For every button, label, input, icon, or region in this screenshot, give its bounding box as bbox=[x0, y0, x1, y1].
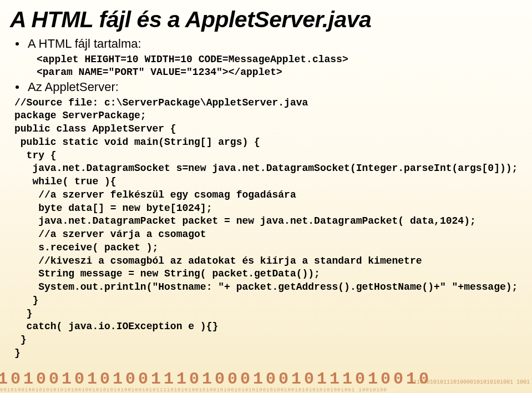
bullet-text: A HTML fájl tartalma: bbox=[28, 36, 141, 52]
code-block: //Source file: c:\ServerPackage\AppletSe… bbox=[14, 97, 516, 360]
code-line: System.out.println("Hostname: "+ packet.… bbox=[14, 281, 516, 294]
code-line: } bbox=[14, 334, 516, 347]
decorative-binary-strip: 1010010101001110100010010111010010 11010… bbox=[0, 371, 532, 393]
code-line: package ServerPackage; bbox=[14, 109, 516, 123]
bullet-item: A HTML fájl tartalma: bbox=[10, 36, 516, 52]
code-line: java.net.DatagramSocket s=new java.net.D… bbox=[14, 162, 516, 175]
code-line: } bbox=[14, 294, 516, 308]
code-line: while( true ){ bbox=[14, 175, 516, 189]
bullet-item: Az AppletServer: bbox=[10, 79, 516, 95]
code-line: //a szerver felkészül egy csomag fogadás… bbox=[14, 189, 516, 202]
binary-small-text: 110101010111010000101010101001 1001 bbox=[413, 379, 530, 385]
code-line: <applet HEIGHT=10 WIDTH=10 CODE=MessageA… bbox=[37, 53, 516, 67]
binary-small-text: 0010100100101010101010010010101010100100… bbox=[0, 387, 387, 393]
code-line: String message = new String( packet.getD… bbox=[14, 268, 516, 281]
code-line: } bbox=[14, 347, 516, 360]
code-line: } bbox=[14, 308, 516, 321]
code-line: //Source file: c:\ServerPackage\AppletSe… bbox=[14, 97, 516, 110]
bullet-icon bbox=[16, 42, 19, 46]
code-line: //a szerver várja a csomagot bbox=[14, 228, 516, 241]
code-line: java.net.DatagramPacket packet = new jav… bbox=[14, 215, 516, 228]
slide-body: A HTML fájl tartalma: <applet HEIGHT=10 … bbox=[10, 36, 516, 360]
binary-large-text: 1010010101001110100010010111010010 bbox=[0, 371, 432, 389]
code-line: byte data[] = new byte[1024]; bbox=[14, 202, 516, 215]
code-line: //kiveszi a csomagból az adatokat és kií… bbox=[14, 255, 516, 268]
code-line: try { bbox=[14, 149, 516, 163]
code-line: public static void main(String[] args) { bbox=[14, 136, 516, 149]
code-line: catch( java.io.IOException e ){} bbox=[14, 320, 516, 334]
code-line: public class AppletServer { bbox=[14, 123, 516, 136]
bullet-icon bbox=[16, 85, 19, 89]
code-line: <param NAME="PORT" VALUE="1234"></applet… bbox=[37, 66, 516, 79]
code-line: s.receive( packet ); bbox=[14, 241, 516, 255]
bullet-text: Az AppletServer: bbox=[28, 79, 119, 95]
slide: A HTML fájl és a AppletServer.java A HTM… bbox=[0, 0, 532, 393]
slide-title: A HTML fájl és a AppletServer.java bbox=[10, 7, 516, 33]
